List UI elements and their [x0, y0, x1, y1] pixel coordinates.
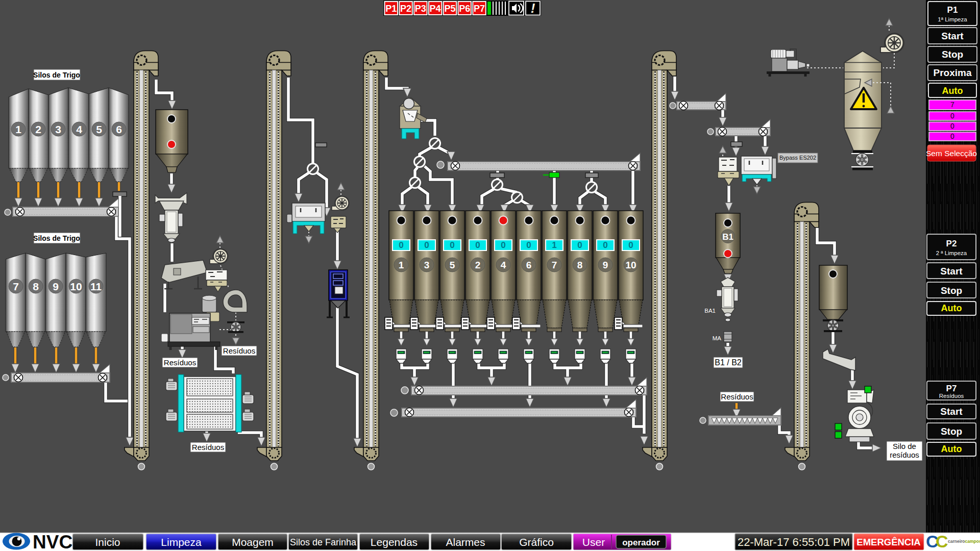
svg-text:10: 10: [70, 281, 82, 292]
svg-text:5: 5: [96, 123, 102, 135]
svg-text:Silos de Trigo: Silos de Trigo: [33, 71, 80, 79]
svg-text:11: 11: [90, 281, 102, 292]
svg-text:Auto: Auto: [941, 303, 962, 313]
svg-text:7: 7: [950, 101, 954, 109]
svg-text:Auto: Auto: [942, 86, 963, 96]
svg-text:Auto: Auto: [941, 444, 962, 454]
svg-text:B1: B1: [722, 232, 733, 242]
svg-text:0: 0: [950, 122, 954, 130]
svg-text:Proxima: Proxima: [934, 67, 972, 78]
svg-text:22-Mar-17 6:55:01 PM: 22-Mar-17 6:55:01 PM: [738, 536, 850, 548]
svg-text:Start: Start: [941, 31, 964, 41]
svg-text:2: 2: [475, 260, 481, 270]
svg-text:P5: P5: [444, 4, 455, 14]
svg-text:P3: P3: [415, 4, 426, 14]
svg-text:!: !: [531, 1, 535, 16]
svg-text:Gráfico: Gráfico: [519, 536, 554, 548]
svg-text:2: 2: [35, 123, 41, 135]
svg-text:0: 0: [501, 240, 505, 250]
svg-text:operador: operador: [622, 538, 660, 547]
svg-text:resíduos: resíduos: [890, 450, 919, 459]
svg-text:6: 6: [116, 123, 122, 135]
svg-text:9: 9: [53, 281, 59, 292]
svg-text:carneirocampos: carneirocampos: [948, 539, 980, 544]
svg-text:4: 4: [76, 123, 82, 135]
svg-text:C: C: [936, 532, 948, 551]
svg-text:Resíduos: Resíduos: [192, 443, 224, 452]
svg-text:0: 0: [526, 240, 531, 250]
svg-text:6: 6: [526, 260, 532, 270]
svg-text:8: 8: [577, 260, 583, 270]
svg-text:Bypass ES202: Bypass ES202: [779, 155, 816, 161]
svg-text:P4: P4: [430, 4, 441, 14]
svg-text:Resíduos: Resíduos: [939, 393, 964, 399]
svg-text:9: 9: [603, 260, 608, 270]
svg-text:Inicio: Inicio: [95, 536, 120, 548]
svg-text:B1 / B2: B1 / B2: [715, 358, 742, 367]
svg-text:P6: P6: [459, 4, 470, 14]
svg-text:3: 3: [424, 260, 430, 270]
svg-text:Alarmes: Alarmes: [446, 536, 485, 548]
svg-text:7: 7: [552, 260, 557, 270]
svg-text:Sem Selecção: Sem Selecção: [926, 149, 977, 158]
svg-text:5: 5: [450, 260, 455, 270]
svg-text:0: 0: [424, 240, 429, 250]
svg-text:Resíduos: Resíduos: [223, 346, 255, 355]
svg-text:0: 0: [577, 240, 582, 250]
svg-text:Legendas: Legendas: [371, 536, 418, 548]
svg-text:Stop: Stop: [941, 426, 962, 437]
svg-text:Start: Start: [940, 406, 963, 417]
svg-text:8: 8: [33, 281, 39, 292]
svg-text:10: 10: [625, 260, 636, 270]
svg-text:P7: P7: [946, 384, 957, 393]
svg-text:0: 0: [603, 240, 607, 250]
svg-text:User: User: [582, 536, 605, 548]
svg-text:0: 0: [628, 240, 633, 250]
svg-text:Moagem: Moagem: [232, 536, 274, 548]
svg-text:Stop: Stop: [941, 285, 962, 296]
svg-text:1: 1: [399, 260, 404, 270]
svg-text:Silo de: Silo de: [893, 442, 916, 450]
svg-text:P1: P1: [385, 4, 397, 14]
svg-text:Silos de Farinha: Silos de Farinha: [290, 537, 357, 547]
svg-text:Silos de Trigo: Silos de Trigo: [33, 234, 80, 242]
svg-text:0: 0: [950, 112, 954, 120]
svg-text:0: 0: [950, 132, 954, 140]
svg-text:4: 4: [501, 260, 506, 270]
svg-text:P2: P2: [946, 239, 957, 248]
svg-text:P1: P1: [947, 5, 958, 15]
svg-text:Start: Start: [940, 266, 963, 277]
svg-text:1: 1: [15, 123, 21, 135]
svg-text:Resíduos: Resíduos: [164, 358, 196, 367]
svg-text:P7: P7: [474, 4, 485, 14]
svg-text:1: 1: [552, 240, 556, 250]
svg-text:3: 3: [55, 123, 61, 135]
svg-text:Resíduos: Resíduos: [721, 392, 753, 401]
svg-text:0: 0: [475, 240, 480, 250]
svg-text:P2: P2: [400, 4, 411, 14]
svg-text:Stop: Stop: [942, 49, 963, 60]
svg-text:7: 7: [13, 281, 19, 292]
svg-text:1ª Limpeza: 1ª Limpeza: [938, 16, 967, 22]
svg-text:2 ª Limpeza: 2 ª Limpeza: [936, 250, 967, 256]
svg-text:0: 0: [450, 240, 454, 250]
svg-text:MA: MA: [713, 335, 722, 341]
svg-text:NVC: NVC: [33, 532, 72, 551]
svg-text:BA1: BA1: [704, 308, 716, 314]
svg-text:Limpeza: Limpeza: [161, 536, 202, 548]
svg-text:0: 0: [399, 240, 403, 250]
svg-text:EMERGÊNCIA: EMERGÊNCIA: [856, 537, 920, 547]
